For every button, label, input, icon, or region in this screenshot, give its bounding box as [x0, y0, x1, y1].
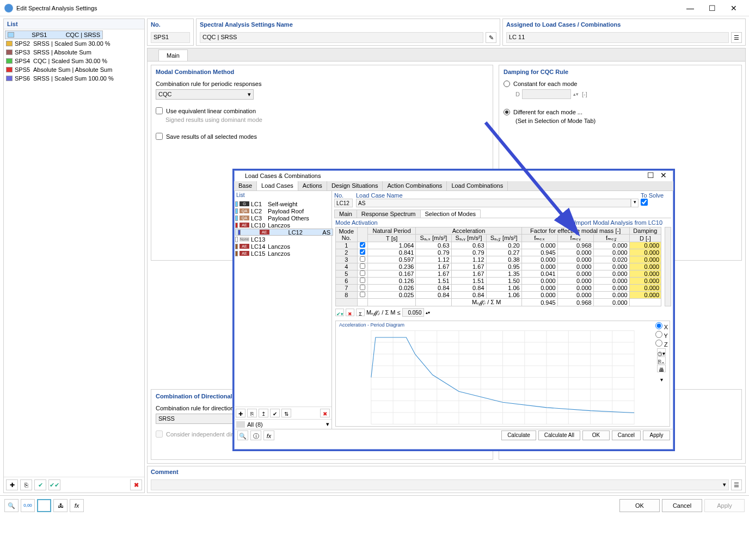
delete-icon[interactable]: ✖: [130, 479, 142, 490]
check-all-icon[interactable]: ✔✔: [48, 479, 60, 490]
lc-up-icon[interactable]: ↥: [259, 409, 268, 417]
constant-mode-radio[interactable]: [504, 81, 510, 87]
modal-group-label: Modal Combination Method: [151, 65, 493, 76]
copy-icon[interactable]: ⎘: [20, 479, 32, 490]
win2-subtab[interactable]: Main: [334, 210, 357, 218]
lc-list[interactable]: GLC1Self-weightQALC2Payload RoofQALC3Pay…: [234, 199, 331, 407]
mode-table[interactable]: ModeNo.Natural PeriodAccelerationFactor …: [335, 227, 661, 306]
window-title: Edit Spectral Analysis Settings: [16, 5, 97, 11]
lc-new-icon[interactable]: ✚: [236, 409, 245, 417]
assigned-field[interactable]: LC 11: [506, 32, 729, 43]
mass-criteria-field[interactable]: [402, 308, 424, 317]
win2-ok-button[interactable]: OK: [582, 430, 610, 440]
search-icon[interactable]: 🔍: [4, 499, 19, 512]
table-scrollbar[interactable]: [665, 227, 671, 306]
win2-title: Load Cases & Combinations: [245, 173, 321, 179]
lc-item[interactable]: GLC1Self-weight: [235, 200, 330, 207]
sel-check-icon[interactable]: ✔▾: [335, 309, 344, 316]
damping-group-label: Damping for CQC Rule: [499, 65, 741, 76]
lc-item[interactable]: NoneLC13: [235, 236, 330, 243]
calculate-button[interactable]: Calculate: [501, 430, 536, 440]
import-modal-link[interactable]: Import Modal Analysis from LC10: [574, 219, 662, 226]
units-icon[interactable]: 0,00: [21, 499, 35, 512]
sps-item[interactable]: SPS4CQC | Scaled Sum 30.00 %: [5, 57, 143, 65]
lc-sort-icon[interactable]: ⇅: [281, 409, 291, 417]
chevron-down-icon[interactable]: ▾: [326, 421, 329, 428]
chevron-down-icon[interactable]: ▾: [631, 199, 639, 207]
check-green-icon[interactable]: ✔: [34, 479, 46, 490]
chevron-down-icon: ▾: [248, 91, 251, 98]
name-field[interactable]: CQC | SRSS: [200, 32, 483, 43]
lc-item[interactable]: QALC2Payload Roof: [235, 207, 330, 214]
lc-item[interactable]: AELC15Lanczos: [235, 250, 330, 257]
assigned-details-icon[interactable]: ☰: [731, 32, 742, 43]
comment-field[interactable]: ▾: [151, 479, 729, 490]
save-results-checkbox[interactable]: [156, 133, 163, 140]
win2-subtab[interactable]: Response Spectrum: [357, 210, 421, 218]
win2-tab[interactable]: Design Situations: [327, 181, 383, 190]
lc-item[interactable]: QALC3Payload Others: [235, 214, 330, 221]
edit-name-icon[interactable]: ✎: [486, 32, 496, 43]
no-label: No.: [148, 19, 193, 30]
use-equiv-linear-checkbox[interactable]: [156, 107, 163, 114]
app-icon: [237, 173, 243, 179]
name-label: Spectral Analysis Settings Name: [197, 19, 500, 30]
win2-search-icon[interactable]: 🔍: [237, 430, 248, 440]
minimize-button[interactable]: —: [679, 1, 701, 16]
close-button[interactable]: ✕: [723, 1, 745, 16]
new-icon[interactable]: ✚: [6, 479, 18, 490]
filter-all-icon[interactable]: [236, 421, 245, 428]
signed-results-label: Signed results using dominant mode: [165, 116, 262, 123]
win2-tab[interactable]: Actions: [298, 181, 327, 190]
lc-item[interactable]: AELC10Lanczos: [235, 221, 330, 229]
load-cases-window: Load Cases & Combinations ☐ ✕ BaseLoad C…: [232, 169, 675, 451]
D-field: [522, 89, 571, 99]
sel-sigma-icon[interactable]: Σ: [356, 309, 365, 316]
lc-item[interactable]: AELC12AS: [235, 229, 333, 236]
comment-details-icon[interactable]: ☰: [731, 479, 742, 490]
crule-select[interactable]: CQC▾: [156, 89, 254, 100]
calculate-all-button[interactable]: Calculate All: [538, 430, 580, 440]
sps-item[interactable]: SPS1CQC | SRSS: [5, 30, 103, 39]
sps-item[interactable]: SPS3SRSS | Absolute Sum: [5, 48, 143, 57]
toggle1-icon[interactable]: [37, 499, 51, 512]
tab-main[interactable]: Main: [158, 50, 188, 61]
lc-name-field[interactable]: [356, 199, 631, 207]
tree-icon[interactable]: 🖧: [53, 499, 67, 512]
tosolve-checkbox[interactable]: [641, 199, 648, 206]
spinner-icon[interactable]: ▴▾: [426, 310, 430, 315]
win2-apply-button[interactable]: Apply: [643, 430, 670, 440]
win2-close-icon[interactable]: ✕: [657, 171, 670, 180]
maximize-button[interactable]: ☐: [701, 1, 723, 16]
lc-delete-icon[interactable]: ✖: [320, 409, 330, 417]
lc-no-field[interactable]: [334, 199, 353, 207]
cancel-button[interactable]: Cancel: [662, 499, 702, 512]
different-mode-radio[interactable]: [504, 109, 510, 115]
titlebar: Edit Spectral Analysis Settings — ☐ ✕: [0, 0, 749, 16]
win2-tab[interactable]: Base: [234, 181, 257, 190]
sps-list[interactable]: SPS1CQC | SRSSSPS2SRSS | Scaled Sum 30.0…: [4, 29, 144, 477]
win2-cancel-button[interactable]: Cancel: [612, 430, 641, 440]
win2-subtab[interactable]: Selection of Modes: [420, 210, 481, 218]
sps-item[interactable]: SPS6SRSS | Scaled Sum 100.00 %: [5, 74, 143, 83]
lc-name-label: Load Case Name: [356, 192, 639, 199]
win2-flag-icon[interactable]: ⓘ: [250, 430, 261, 440]
lc-item[interactable]: AELC14Lanczos: [235, 243, 330, 250]
win2-tab[interactable]: Action Combinations: [383, 181, 447, 190]
lc-filter-all[interactable]: All (8): [247, 421, 263, 428]
no-field[interactable]: SPS1: [151, 32, 190, 43]
lc-no-label: No.: [334, 192, 354, 199]
sel-clear-icon[interactable]: ✖: [346, 309, 354, 316]
lc-check-icon[interactable]: ✔: [270, 409, 280, 417]
fx-icon[interactable]: fx: [70, 499, 84, 512]
win2-tab[interactable]: Load Combinations: [447, 181, 508, 190]
different-mode-sub: (Set in Selection of Mode Tab): [504, 118, 737, 124]
win2-tab[interactable]: Load Cases: [257, 181, 298, 190]
win2-max-icon[interactable]: ☐: [644, 171, 657, 180]
sps-item[interactable]: SPS5Absolute Sum | Absolute Sum: [5, 65, 143, 74]
sps-item[interactable]: SPS2SRSS | Scaled Sum 30.00 %: [5, 39, 143, 48]
win2-fx-icon[interactable]: fx: [263, 430, 274, 440]
ok-button[interactable]: OK: [619, 499, 660, 512]
lc-copy-icon[interactable]: ⎘: [247, 409, 257, 417]
accel-period-chart: Acceleration - Period Diagram X Y Z ◷▾ ⎘…: [335, 321, 670, 427]
